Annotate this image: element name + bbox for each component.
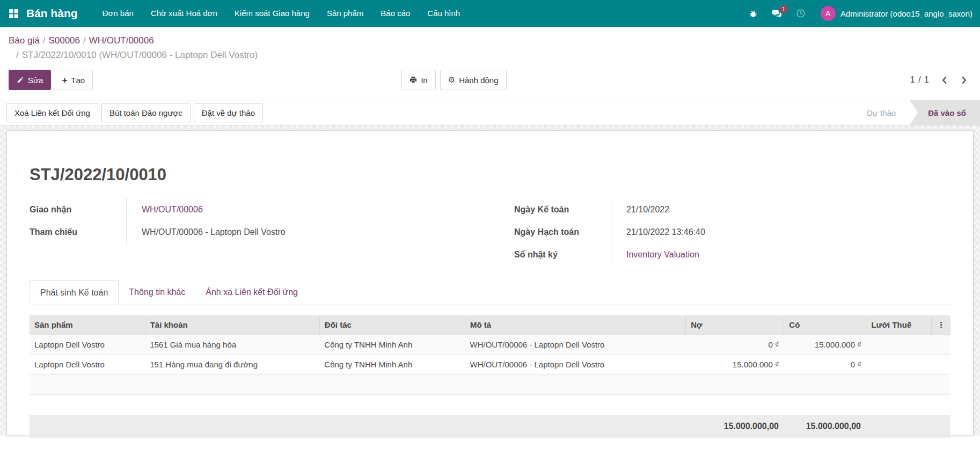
pager-value[interactable]: 1 / 1 (910, 75, 930, 85)
column-header-account[interactable]: Tài khoản (145, 315, 319, 335)
pencil-icon (17, 76, 24, 84)
user-menu[interactable]: A Administrator (odoo15_anglo_saxon) (821, 6, 972, 21)
plus-icon: + (62, 76, 67, 85)
cell-label: WH/OUT/00006 - Laptopn Dell Vostro (465, 335, 685, 355)
field-value-delivery-link[interactable]: WH/OUT/00006 (142, 205, 203, 215)
pager-previous-button[interactable] (941, 76, 947, 85)
status-posted[interactable]: Đã vào sổ (910, 100, 980, 125)
cell-debit: 15.000.000 ₫ (686, 355, 784, 374)
field-label-accounting-date: Ngày Kế toán (514, 205, 611, 215)
user-name: Administrator (odoo15_anglo_saxon) (840, 9, 972, 18)
journal-items-table: Sản phẩm Tài khoản Đối tác Mô tả Nợ Có L… (30, 315, 950, 395)
menu-reporting[interactable]: Báo cáo (372, 0, 419, 27)
field-value-reference: WH/OUT/00006 - Laptopn Dell Vostro (142, 227, 286, 237)
pager-next-button[interactable] (961, 76, 967, 85)
pager: 1 / 1 (910, 75, 971, 85)
tab-other-info[interactable]: Thông tin khác (119, 280, 195, 305)
totals-bar: 15.000.000,00 15.000.000,00 (30, 415, 950, 438)
field-label-posting-date: Ngày Hạch toán (514, 227, 611, 237)
navbar-systray: 1 A Administrator (odoo15_anglo_saxon) (743, 6, 972, 21)
field-groups: Giao nhận WH/OUT/00006 Tham chiếu WH/OUT… (30, 198, 950, 266)
edit-button[interactable]: Sửa (9, 70, 51, 90)
table-header-row: Sản phẩm Tài khoản Đối tác Mô tả Nợ Có L… (30, 315, 950, 335)
field-label-delivery: Giao nhận (30, 205, 126, 215)
menu-products[interactable]: Sản phẩm (318, 0, 372, 27)
total-debit: 15.000.000,00 (685, 422, 784, 431)
menu-to-invoice[interactable]: Chờ xuất Hoá đơn (142, 0, 226, 27)
clock-icon (796, 9, 806, 18)
messages-count-badge: 1 (779, 5, 788, 13)
cell-account: 151 Hàng mua đang đi đường (145, 355, 319, 374)
gear-icon: ⚙ (448, 76, 455, 84)
breadcrumb-separator: / (40, 35, 49, 46)
left-field-group: Giao nhận WH/OUT/00006 Tham chiếu WH/OUT… (30, 198, 466, 266)
activities-menu-button[interactable] (791, 9, 811, 18)
breadcrumb-separator: / (13, 50, 22, 60)
messages-menu-button[interactable]: 1 (766, 9, 787, 19)
column-header-tax-grid[interactable]: Lưới Thuế (866, 315, 932, 335)
notebook-tabs: Phát sinh Kế toán Thông tin khác Ánh xạ … (30, 280, 950, 305)
cell-product: Laptopn Dell Vostro (30, 355, 145, 374)
field-value-journal-link[interactable]: Inventory Valuation (626, 250, 699, 260)
control-panel: Sửa + Tạo In ⚙ Hành động 1 / 1 (0, 62, 980, 90)
optional-columns-button[interactable]: ⋮ (932, 315, 950, 335)
cell-partner: Công ty TNHH Minh Anh (319, 335, 465, 355)
cell-partner: Công ty TNHH Minh Anh (319, 355, 465, 374)
menu-orders[interactable]: Đơn bán (94, 0, 142, 27)
unreconcile-button[interactable]: Xoá Liên kết Đối ứng (6, 103, 98, 122)
breadcrumb-sale-order[interactable]: S00006 (48, 35, 80, 46)
table-empty-row[interactable] (30, 374, 950, 394)
field-value-posting-date: 21/10/2022 13:46:40 (626, 227, 705, 237)
statusbar: Dự thảo Đã vào sổ (853, 100, 980, 125)
column-header-debit[interactable]: Nợ (686, 315, 784, 335)
cell-product: Laptopn Dell Vostro (30, 335, 145, 355)
main-menus: Đơn bán Chờ xuất Hoá đơn Kiểm soát Giao … (94, 0, 469, 27)
top-navbar: Bán hàng Đơn bán Chờ xuất Hoá đơn Kiểm s… (0, 0, 980, 27)
create-button[interactable]: + Tạo (54, 70, 93, 90)
reset-to-draft-button[interactable]: Đặt về dự thảo (194, 103, 263, 122)
reverse-entry-button[interactable]: Bút toán Đảo ngược (101, 103, 191, 122)
printer-icon (409, 76, 417, 84)
right-field-group: Ngày Kế toán 21/10/2022 Ngày Hạch toán 2… (514, 198, 950, 266)
column-header-label[interactable]: Mô tả (465, 315, 685, 335)
column-header-partner[interactable]: Đối tác (319, 315, 465, 335)
menu-configuration[interactable]: Cấu hình (419, 0, 469, 27)
table-row[interactable]: Laptopn Dell Vostro 1561 Giá mua hàng hó… (30, 335, 950, 355)
table-row[interactable]: Laptopn Dell Vostro 151 Hàng mua đang đi… (30, 355, 950, 374)
apps-menu-button[interactable] (9, 9, 19, 19)
cell-debit: 0 ₫ (686, 335, 784, 355)
cell-tax-grid (866, 355, 932, 374)
status-draft[interactable]: Dự thảo (853, 100, 910, 125)
field-label-reference: Tham chiếu (30, 227, 126, 237)
form-statusbar-row: Xoá Liên kết Đối ứng Bút toán Đảo ngược … (0, 100, 980, 126)
breadcrumb-separator: / (80, 35, 89, 46)
breadcrumb: Báo giá/S00006/WH/OUT/00006 /STJ/2022/10… (0, 27, 980, 62)
column-header-credit[interactable]: Có (784, 315, 866, 335)
breadcrumb-delivery[interactable]: WH/OUT/00006 (89, 35, 154, 46)
app-brand[interactable]: Bán hàng (26, 7, 78, 20)
vertical-dots-icon: ⋮ (937, 320, 945, 330)
field-label-journal: Sổ nhật ký (514, 250, 611, 260)
cell-credit: 0 ₫ (784, 355, 866, 374)
bug-icon (749, 9, 758, 18)
total-credit: 15.000.000,00 (784, 422, 866, 431)
cell-tax-grid (866, 335, 932, 355)
tab-reconciliation-mapping[interactable]: Ánh xạ Liên kết Đối ứng (195, 280, 308, 305)
cell-credit: 15.000.000 ₫ (784, 335, 866, 355)
field-value-accounting-date: 21/10/2022 (626, 205, 669, 215)
form-sheet: STJ/2022/10/0010 Giao nhận WH/OUT/00006 … (6, 130, 974, 436)
breadcrumb-current: STJ/2022/10/0010 (WH/OUT/00006 - Laptopn… (22, 50, 258, 60)
apps-grid-icon (9, 9, 19, 19)
user-avatar: A (821, 6, 836, 21)
journal-entry-title: STJ/2022/10/0010 (30, 165, 950, 184)
menu-delivery-control[interactable]: Kiểm soát Giao hàng (226, 0, 318, 27)
print-button[interactable]: In (401, 70, 436, 90)
tab-journal-items[interactable]: Phát sinh Kế toán (30, 280, 119, 305)
cell-label: WH/OUT/00006 - Laptopn Dell Vostro (465, 355, 685, 374)
column-header-product[interactable]: Sản phẩm (30, 315, 145, 335)
action-button[interactable]: ⚙ Hành động (440, 70, 507, 90)
breadcrumb-quotations[interactable]: Báo giá (9, 35, 40, 46)
cell-account: 1561 Giá mua hàng hóa (145, 335, 319, 355)
debug-menu-button[interactable] (743, 9, 763, 18)
form-view-background: STJ/2022/10/0010 Giao nhận WH/OUT/00006 … (0, 126, 980, 436)
